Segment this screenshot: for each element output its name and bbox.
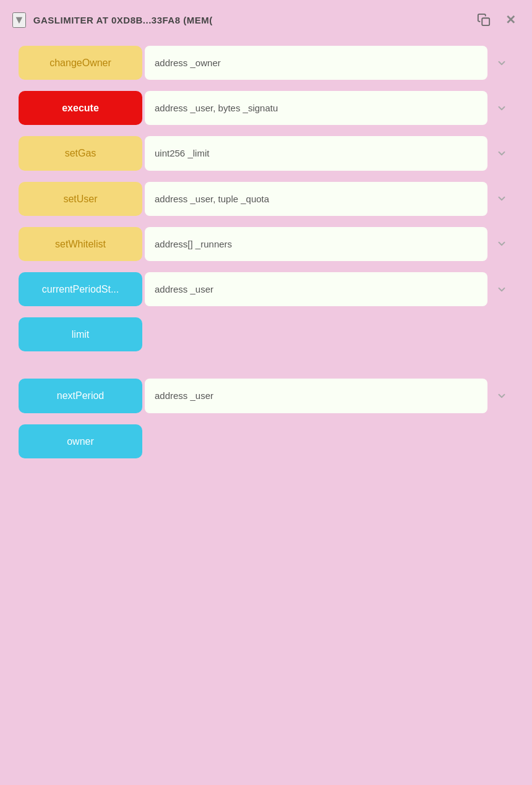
function-button-nextPeriod[interactable]: nextPeriod (19, 379, 142, 413)
function-button-execute[interactable]: execute (19, 91, 142, 125)
chevron-down-icon (496, 148, 507, 159)
function-row-currentPeriodSt: currentPeriodSt... address _user (19, 272, 513, 306)
function-row-owner: owner (19, 424, 513, 458)
chevron-down-icon (496, 238, 507, 249)
function-row-setUser: setUser address _user, tuple _quota (19, 182, 513, 216)
function-button-owner[interactable]: owner (19, 424, 142, 458)
function-params-changeOwner: address _owner (145, 46, 487, 80)
spacer (19, 362, 513, 367)
function-row-execute: execute address _user, bytes _signatu (19, 91, 513, 125)
expand-button-changeOwner[interactable] (490, 53, 513, 74)
function-params-currentPeriodSt: address _user (145, 272, 487, 306)
expand-button-execute[interactable] (490, 98, 513, 119)
function-button-limit[interactable]: limit (19, 317, 142, 351)
function-button-currentPeriodSt[interactable]: currentPeriodSt... (19, 272, 142, 306)
function-button-setGas[interactable]: setGas (19, 136, 142, 170)
chevron-down-icon (496, 193, 507, 204)
expand-button-setWhitelist[interactable] (490, 233, 513, 254)
function-params-nextPeriod: address _user (145, 379, 487, 413)
expand-button-currentPeriodSt[interactable] (490, 279, 513, 300)
function-row-changeOwner: changeOwner address _owner (19, 46, 513, 80)
header: ▼ GASLIMITER AT 0XD8B...33FA8 (MEM( ✕ (0, 0, 532, 40)
functions-list: changeOwner address _owner execute addre… (0, 40, 532, 477)
expand-button-setGas[interactable] (490, 143, 513, 164)
copy-icon (477, 13, 491, 27)
function-row-limit: limit (19, 317, 513, 351)
function-row-setGas: setGas uint256 _limit (19, 136, 513, 170)
function-button-setUser[interactable]: setUser (19, 182, 142, 216)
function-row-nextPeriod: nextPeriod address _user (19, 379, 513, 413)
svg-rect-0 (482, 18, 489, 25)
copy-button[interactable] (473, 12, 494, 28)
chevron-down-icon (496, 103, 507, 114)
function-params-setWhitelist: address[] _runners (145, 227, 487, 261)
chevron-down-icon (496, 58, 507, 69)
chevron-down-icon (496, 390, 507, 401)
function-params-setGas: uint256 _limit (145, 136, 487, 170)
chevron-down-icon (496, 284, 507, 295)
collapse-button[interactable]: ▼ (12, 12, 26, 28)
function-params-setUser: address _user, tuple _quota (145, 182, 487, 216)
function-button-changeOwner[interactable]: changeOwner (19, 46, 142, 80)
expand-button-nextPeriod[interactable] (490, 385, 513, 406)
function-button-setWhitelist[interactable]: setWhitelist (19, 227, 142, 261)
contract-title: GASLIMITER AT 0XD8B...33FA8 (MEM( (33, 15, 466, 25)
function-params-execute: address _user, bytes _signatu (145, 91, 487, 125)
expand-button-setUser[interactable] (490, 188, 513, 209)
close-button[interactable]: ✕ (502, 11, 520, 28)
function-row-setWhitelist: setWhitelist address[] _runners (19, 227, 513, 261)
